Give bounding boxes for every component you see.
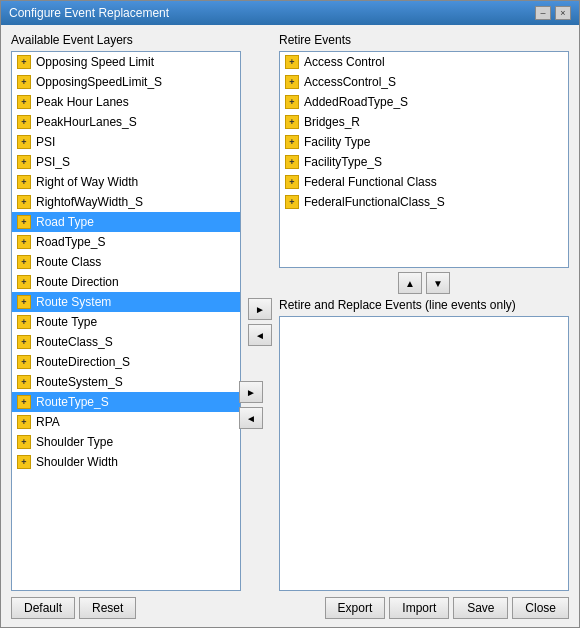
list-item-label: RPA	[36, 415, 60, 429]
list-item[interactable]: +RouteType_S	[12, 392, 240, 412]
configure-event-replacement-window: Configure Event Replacement – × Availabl…	[0, 0, 580, 628]
list-item[interactable]: +Road Type	[12, 212, 240, 232]
retire-list-item-label: AccessControl_S	[304, 75, 396, 89]
move-up-button[interactable]: ▲	[398, 272, 422, 294]
import-button[interactable]: Import	[389, 597, 449, 619]
retire-list-item-label: Facility Type	[304, 135, 370, 149]
reset-button[interactable]: Reset	[79, 597, 136, 619]
layer-icon: +	[284, 194, 300, 210]
list-item-label: PeakHourLanes_S	[36, 115, 137, 129]
layer-icon: +	[16, 234, 32, 250]
layer-icon: +	[16, 354, 32, 370]
retire-list-item-label: Access Control	[304, 55, 385, 69]
list-item-label: Route System	[36, 295, 111, 309]
list-item-label: Right of Way Width	[36, 175, 138, 189]
list-item[interactable]: +RightofWayWidth_S	[12, 192, 240, 212]
list-item-label: Peak Hour Lanes	[36, 95, 129, 109]
list-item-label: RouteType_S	[36, 395, 109, 409]
move-left-bottom-button[interactable]: ◄	[239, 407, 263, 429]
save-button[interactable]: Save	[453, 597, 508, 619]
layer-icon: +	[16, 214, 32, 230]
retire-events-list[interactable]: +Access Control+AccessControl_S+AddedRoa…	[279, 51, 569, 268]
list-item[interactable]: +OpposingSpeedLimit_S	[12, 72, 240, 92]
list-item[interactable]: +RoadType_S	[12, 232, 240, 252]
list-item-label: RoadType_S	[36, 235, 105, 249]
list-item[interactable]: +Peak Hour Lanes	[12, 92, 240, 112]
layer-icon: +	[284, 134, 300, 150]
layer-icon: +	[16, 174, 32, 190]
list-item-label: Shoulder Width	[36, 455, 118, 469]
list-item[interactable]: +RouteClass_S	[12, 332, 240, 352]
export-button[interactable]: Export	[325, 597, 386, 619]
move-right-bottom-button[interactable]: ►	[239, 381, 263, 403]
bottom-left-buttons: Default Reset	[11, 597, 136, 619]
retire-list-item[interactable]: +FederalFunctionalClass_S	[280, 192, 568, 212]
list-item-label: PSI	[36, 135, 55, 149]
retire-events-section: Retire Events +Access Control+AccessCont…	[279, 33, 569, 298]
list-item-label: RightofWayWidth_S	[36, 195, 143, 209]
layer-icon: +	[284, 174, 300, 190]
retire-replace-label: Retire and Replace Events (line events o…	[279, 298, 516, 312]
retire-replace-list[interactable]	[279, 316, 569, 591]
right-panel: Retire Events +Access Control+AccessCont…	[279, 33, 569, 591]
list-item[interactable]: +Shoulder Type	[12, 432, 240, 452]
retire-replace-container: Retire and Replace Events (line events o…	[279, 298, 569, 591]
list-item-label: RouteClass_S	[36, 335, 113, 349]
bottom-right-buttons: Export Import Save Close	[325, 597, 569, 619]
bottom-bar: Default Reset Export Import Save Close	[11, 591, 569, 619]
list-item[interactable]: +Opposing Speed Limit	[12, 52, 240, 72]
list-item-label: Route Type	[36, 315, 97, 329]
title-bar-controls: – ×	[535, 6, 571, 20]
layer-icon: +	[16, 434, 32, 450]
list-item-label: Route Class	[36, 255, 101, 269]
layer-icon: +	[284, 154, 300, 170]
retire-list-item[interactable]: +AddedRoadType_S	[280, 92, 568, 112]
list-item[interactable]: +PSI_S	[12, 152, 240, 172]
minimize-button[interactable]: –	[535, 6, 551, 20]
list-item[interactable]: +Route Direction	[12, 272, 240, 292]
move-down-button[interactable]: ▼	[426, 272, 450, 294]
list-item[interactable]: +PeakHourLanes_S	[12, 112, 240, 132]
list-item[interactable]: +PSI	[12, 132, 240, 152]
retire-list-item-label: Bridges_R	[304, 115, 360, 129]
list-item[interactable]: +Right of Way Width	[12, 172, 240, 192]
layer-icon: +	[16, 74, 32, 90]
retire-list-item[interactable]: +FacilityType_S	[280, 152, 568, 172]
list-item[interactable]: +Shoulder Width	[12, 452, 240, 472]
layer-icon: +	[16, 194, 32, 210]
retire-list-item[interactable]: +Facility Type	[280, 132, 568, 152]
layer-icon: +	[16, 414, 32, 430]
retire-list-item[interactable]: +Access Control	[280, 52, 568, 72]
list-item[interactable]: +Route Class	[12, 252, 240, 272]
list-item[interactable]: +Route Type	[12, 312, 240, 332]
list-item-label: RouteSystem_S	[36, 375, 123, 389]
list-item[interactable]: +RouteDirection_S	[12, 352, 240, 372]
move-right-button[interactable]: ►	[248, 298, 272, 320]
list-item-label: PSI_S	[36, 155, 70, 169]
title-bar: Configure Event Replacement – ×	[1, 1, 579, 25]
middle-arrows-bottom: ► ◄	[239, 381, 263, 429]
layer-icon: +	[284, 74, 300, 90]
close-button[interactable]: ×	[555, 6, 571, 20]
layer-icon: +	[16, 54, 32, 70]
layer-icon: +	[16, 274, 32, 290]
layer-icon: +	[16, 314, 32, 330]
close-button-bottom[interactable]: Close	[512, 597, 569, 619]
list-item[interactable]: +RPA	[12, 412, 240, 432]
retire-list-item[interactable]: +Bridges_R	[280, 112, 568, 132]
list-item-label: Route Direction	[36, 275, 119, 289]
main-area: Available Event Layers +Opposing Speed L…	[11, 33, 569, 591]
default-button[interactable]: Default	[11, 597, 75, 619]
layer-icon: +	[16, 374, 32, 390]
window-title: Configure Event Replacement	[9, 6, 169, 20]
retire-list-item[interactable]: +AccessControl_S	[280, 72, 568, 92]
move-left-button[interactable]: ◄	[248, 324, 272, 346]
list-item-label: OpposingSpeedLimit_S	[36, 75, 162, 89]
retire-list-item-label: FacilityType_S	[304, 155, 382, 169]
layer-icon: +	[16, 394, 32, 410]
available-event-layers-list[interactable]: +Opposing Speed Limit+OpposingSpeedLimit…	[11, 51, 241, 591]
layer-icon: +	[16, 134, 32, 150]
list-item[interactable]: +RouteSystem_S	[12, 372, 240, 392]
list-item[interactable]: +Route System	[12, 292, 240, 312]
retire-list-item[interactable]: +Federal Functional Class	[280, 172, 568, 192]
